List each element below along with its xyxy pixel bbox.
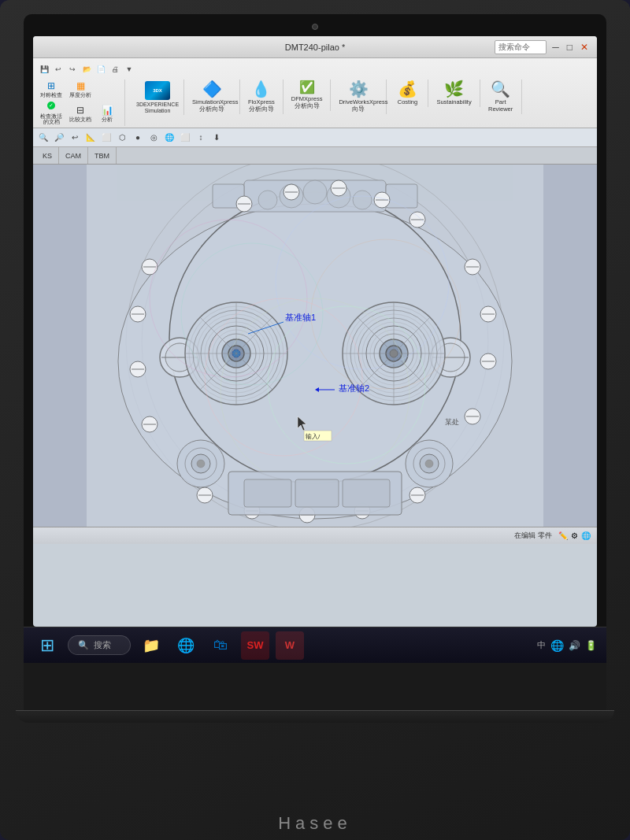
toolbar-globe[interactable]: 🌐 <box>162 131 176 145</box>
minimize-btn[interactable]: ─ <box>550 42 561 53</box>
toolbar-target[interactable]: ◎ <box>146 131 161 145</box>
screen: DMT240-pilao * 搜索命令 ─ □ ✕ 💾 ↩ ↪ <box>33 36 597 627</box>
search-icon: 🔍 <box>78 640 89 650</box>
toolbar-search1[interactable]: 🔍 <box>36 131 50 145</box>
network-icon[interactable]: 🌐 <box>550 639 564 652</box>
costing-btn[interactable]: 💰 Costing <box>391 80 423 107</box>
status-icon-3: 🌐 <box>581 531 591 540</box>
driveworksxpress-btn[interactable]: ⚙️ DriveWorksXpress向导 <box>335 80 381 114</box>
status-bar: 在编辑 零件 ✏️ ⚙ 🌐 <box>33 527 597 544</box>
costing-group: 💰 Costing <box>387 80 428 107</box>
laptop-bottom <box>16 710 614 723</box>
check-symmetry-icon: ⊞ <box>47 80 55 91</box>
command-search[interactable]: 搜索命令 <box>495 40 547 54</box>
title-bar-right: 搜索命令 ─ □ ✕ <box>495 40 591 54</box>
quick-access-toolbar: 💾 ↩ ↪ 📂 📄 🖨 ▼ <box>38 61 592 77</box>
check-symmetry-btn[interactable]: ⊞ 对称检查 <box>38 80 65 99</box>
qa-print[interactable]: 🖨 <box>109 63 121 76</box>
window-title: DMT240-pilao * <box>285 43 345 52</box>
cad-drawing: 基准轴1 基准轴2 输入/ 某处 <box>87 165 543 527</box>
3dexperience-btn[interactable]: 3DX 3DEXPERIENCESimulation <box>132 80 184 115</box>
toolbar-hex[interactable]: ⬡ <box>115 131 129 145</box>
toolbar-down[interactable]: ⬇ <box>209 131 224 145</box>
edge-browser-btn[interactable]: 🌐 <box>172 631 200 660</box>
compare-doc-btn[interactable]: ⊟ 比较文档 <box>67 104 94 124</box>
toolbar-circle[interactable]: ● <box>131 131 145 145</box>
floxpress-icon: 💧 <box>251 81 271 97</box>
part-reviewer-btn[interactable]: 🔍 PartReviewer <box>485 80 517 114</box>
3dx-label: 3DEXPERIENCESimulation <box>136 102 179 113</box>
qa-open[interactable]: 📂 <box>80 63 93 76</box>
ribbon: 💾 ↩ ↪ 📂 📄 🖨 ▼ ⊞ <box>33 58 597 128</box>
wps-btn[interactable]: W <box>276 631 304 660</box>
part-reviewer-icon: 🔍 <box>491 81 510 97</box>
file-explorer-icon: 📁 <box>143 637 160 654</box>
keyboard-area <box>24 663 606 710</box>
toolbar-undo[interactable]: ↩ <box>68 131 82 145</box>
battery-icon: 🔋 <box>585 640 597 651</box>
floxpress-group: 💧 FloXpress分析向导 <box>240 80 284 114</box>
sustainability-btn[interactable]: 🌿 Sustainability <box>433 80 474 107</box>
qa-save[interactable]: 💾 <box>38 63 50 76</box>
thickness-analysis-btn[interactable]: ▦ 厚度分析 <box>67 80 94 99</box>
svg-text:某处: 某处 <box>445 418 459 426</box>
toolbar-box[interactable]: ⬜ <box>178 131 192 145</box>
search-label: 搜索 <box>94 639 111 651</box>
store-btn[interactable]: 🛍 <box>206 631 235 660</box>
qa-redo[interactable]: ↪ <box>66 63 79 76</box>
screen-bezel: DMT240-pilao * 搜索命令 ─ □ ✕ 💾 ↩ ↪ <box>24 14 606 627</box>
simulationxpress-group: 🔷 SimulationXpress分析向导 <box>184 80 240 114</box>
toolbar-ruler[interactable]: 📐 <box>83 131 98 145</box>
tab-ks[interactable]: KS <box>36 147 59 164</box>
solidworks-btn[interactable]: SW <box>241 631 269 660</box>
part-reviewer-label: PartReviewer <box>488 98 513 113</box>
analysis-btn[interactable]: 📊 分析 <box>96 104 118 124</box>
windows-icon: ⊞ <box>40 635 54 656</box>
tray-text: 中 <box>537 639 546 651</box>
tab-cam[interactable]: CAM <box>59 147 88 164</box>
status-icons: ✏️ ⚙ 🌐 <box>558 531 591 540</box>
qa-options[interactable]: ▼ <box>123 63 135 76</box>
svg-rect-97 <box>343 479 390 507</box>
tab-tbm[interactable]: TBM <box>88 147 117 164</box>
dfmxpress-btn[interactable]: ✅ DFMXpress分析向导 <box>288 80 326 111</box>
windows-start-btn[interactable]: ⊞ <box>33 631 61 660</box>
wps-icon: W <box>285 639 295 651</box>
brand-label: Hasee <box>278 813 352 840</box>
ribbon-main: ⊞ 对称检查 ▦ 厚度分析 ✓ ✓ <box>38 80 592 126</box>
simulationxpress-btn[interactable]: 🔷 SimulationXpress分析向导 <box>189 80 235 114</box>
qa-new[interactable]: 📄 <box>94 63 107 76</box>
close-btn[interactable]: ✕ <box>578 42 591 53</box>
sustainability-icon: 🌿 <box>444 81 464 97</box>
toolbar-select[interactable]: ⬜ <box>99 131 113 145</box>
svg-text:基准轴1: 基准轴1 <box>285 313 316 322</box>
maximize-btn[interactable]: □ <box>565 42 575 53</box>
status-text: 在编辑 零件 <box>514 531 552 541</box>
toolbar-move[interactable]: ↕ <box>194 131 208 145</box>
taskbar-search[interactable]: 🔍 搜索 <box>68 635 131 655</box>
driveworksxpress-group: ⚙️ DriveWorksXpress向导 <box>331 80 387 114</box>
title-bar: DMT240-pilao * 搜索命令 ─ □ ✕ <box>33 36 597 58</box>
file-explorer-btn[interactable]: 📁 <box>137 631 165 660</box>
left-tools-group: ⊞ 对称检查 ▦ 厚度分析 ✓ ✓ <box>38 80 125 126</box>
svg-text:输入/: 输入/ <box>306 433 321 440</box>
taskbar: ⊞ 🔍 搜索 📁 🌐 🛍 SW W <box>24 627 606 663</box>
driveworksxpress-label: DriveWorksXpress向导 <box>339 98 378 113</box>
svg-text:基准轴2: 基准轴2 <box>339 383 369 393</box>
3dx-icon: 3DX <box>145 81 170 100</box>
simulationxpress-label: SimulationXpress分析向导 <box>192 98 232 113</box>
edge-icon: 🌐 <box>177 637 195 654</box>
toolbar: 🔍 🔎 ↩ 📐 ⬜ ⬡ ● ◎ 🌐 ⬜ ↕ ⬇ <box>33 128 597 147</box>
cad-viewport[interactable]: 基准轴1 基准轴2 输入/ 某处 <box>33 165 597 527</box>
svg-point-11 <box>353 191 372 209</box>
check-active-doc-btn[interactable]: ✓ ✓ 检查激活的文档 <box>38 101 65 126</box>
sound-icon[interactable]: 🔊 <box>569 640 580 651</box>
store-icon: 🛍 <box>213 637 228 653</box>
qa-undo[interactable]: ↩ <box>52 63 65 76</box>
check-overlay: ✓ <box>47 102 55 109</box>
toolbar-search2[interactable]: 🔎 <box>52 131 66 145</box>
svg-point-12 <box>258 191 277 209</box>
status-icon-1: ✏️ <box>558 531 568 540</box>
thickness-icon: ▦ <box>76 80 85 91</box>
floxpress-btn[interactable]: 💧 FloXpress分析向导 <box>245 80 278 114</box>
